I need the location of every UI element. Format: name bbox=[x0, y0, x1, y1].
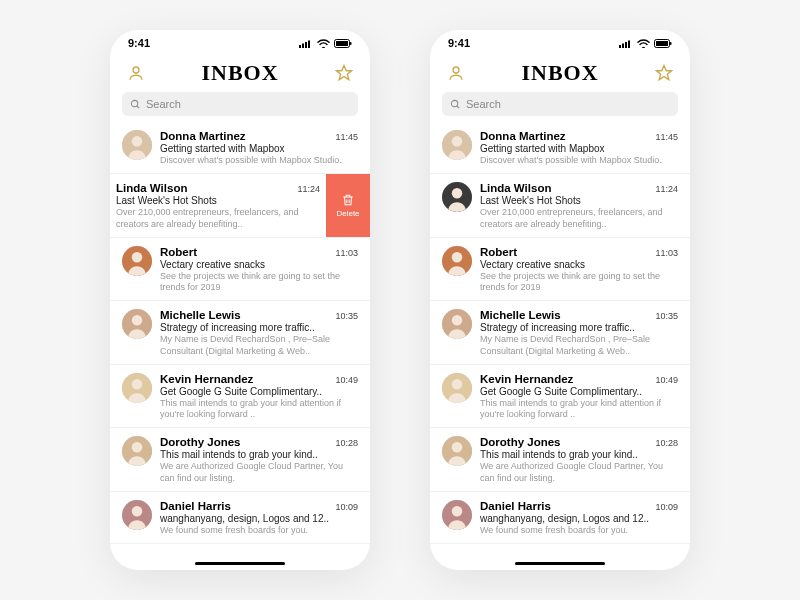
email-subject: Get Google G Suite Complimentary.. bbox=[160, 386, 358, 397]
page-title: INBOX bbox=[521, 60, 598, 86]
delete-label: Delete bbox=[336, 209, 359, 218]
status-icons bbox=[619, 39, 672, 48]
email-preview: See the projects we think are going to s… bbox=[160, 271, 358, 294]
email-subject: Strategy of increasing more traffic.. bbox=[160, 322, 358, 333]
search-placeholder: Search bbox=[466, 98, 501, 110]
svg-rect-28 bbox=[628, 40, 630, 48]
avatar bbox=[442, 500, 472, 530]
svg-point-24 bbox=[132, 506, 143, 517]
home-indicator bbox=[515, 562, 605, 566]
header: INBOX bbox=[110, 56, 370, 92]
svg-point-12 bbox=[132, 136, 143, 147]
email-list[interactable]: Donna Martinez11:45Getting started with … bbox=[430, 122, 690, 570]
profile-icon[interactable] bbox=[446, 63, 466, 83]
email-row[interactable]: Robert11:03Vectary creative snacksSee th… bbox=[110, 238, 370, 302]
svg-rect-1 bbox=[302, 43, 304, 48]
email-preview: This mail intends to grab your kind atte… bbox=[480, 398, 678, 421]
avatar bbox=[442, 130, 472, 160]
avatar bbox=[122, 246, 152, 276]
email-row[interactable]: Dorothy Jones10:28This mail intends to g… bbox=[430, 428, 690, 492]
battery-icon bbox=[334, 39, 352, 48]
email-time: 10:09 bbox=[335, 502, 358, 512]
email-sender: Linda Wilson bbox=[480, 182, 551, 194]
email-preview: We are Authorized Google Cloud Partner, … bbox=[480, 461, 678, 484]
avatar bbox=[122, 500, 152, 530]
svg-point-16 bbox=[132, 252, 143, 263]
battery-icon bbox=[654, 39, 672, 48]
email-subject: Vectary creative snacks bbox=[480, 259, 678, 270]
star-icon[interactable] bbox=[654, 63, 674, 83]
email-time: 11:45 bbox=[655, 132, 678, 142]
email-row[interactable]: Michelle Lewis10:35Strategy of increasin… bbox=[110, 301, 370, 365]
email-row[interactable]: Daniel Harris10:09wanghanyang, design, L… bbox=[110, 492, 370, 544]
email-subject: Getting started with Mapbox bbox=[160, 143, 358, 154]
svg-rect-25 bbox=[619, 45, 621, 48]
email-sender: Donna Martinez bbox=[160, 130, 246, 142]
email-time: 10:49 bbox=[655, 375, 678, 385]
home-indicator bbox=[195, 562, 285, 566]
email-subject: This mail intends to grab your kind.. bbox=[160, 449, 358, 460]
email-row[interactable]: Kevin Hernandez10:49Get Google G Suite C… bbox=[110, 365, 370, 429]
email-row[interactable]: Michelle Lewis10:35Strategy of increasin… bbox=[430, 301, 690, 365]
email-row[interactable]: Kevin Hernandez10:49Get Google G Suite C… bbox=[430, 365, 690, 429]
email-row[interactable]: Daniel Harris10:09wanghanyang, design, L… bbox=[430, 492, 690, 544]
svg-rect-30 bbox=[656, 41, 668, 46]
phone-mockup-swiped: 9:41 INBOX Search Donna Martinez11:45Get… bbox=[110, 30, 370, 570]
svg-line-10 bbox=[137, 105, 139, 107]
email-row[interactable]: Linda Wilson11:24Last Week's Hot ShotsOv… bbox=[430, 174, 690, 238]
star-icon[interactable] bbox=[334, 63, 354, 83]
svg-rect-3 bbox=[308, 40, 310, 48]
search-placeholder: Search bbox=[146, 98, 181, 110]
svg-point-7 bbox=[133, 67, 139, 73]
email-row[interactable]: Dorothy Jones10:28This mail intends to g… bbox=[110, 428, 370, 492]
search-input[interactable]: Search bbox=[122, 92, 358, 116]
wifi-icon bbox=[637, 39, 650, 48]
status-bar: 9:41 bbox=[110, 30, 370, 56]
svg-marker-8 bbox=[337, 66, 352, 80]
email-sender: Michelle Lewis bbox=[480, 309, 561, 321]
signal-icon bbox=[299, 39, 313, 48]
avatar bbox=[122, 436, 152, 466]
svg-point-49 bbox=[452, 506, 463, 517]
email-row[interactable]: Donna Martinez11:45Getting started with … bbox=[110, 122, 370, 174]
svg-rect-26 bbox=[622, 43, 624, 48]
avatar bbox=[442, 309, 472, 339]
svg-line-35 bbox=[457, 105, 459, 107]
email-list[interactable]: Donna Martinez11:45Getting started with … bbox=[110, 122, 370, 570]
svg-point-34 bbox=[451, 100, 457, 106]
email-time: 10:28 bbox=[335, 438, 358, 448]
email-sender: Daniel Harris bbox=[160, 500, 231, 512]
svg-point-41 bbox=[452, 252, 463, 263]
email-preview: We found some fresh boards for you. bbox=[160, 525, 358, 536]
email-time: 10:09 bbox=[655, 502, 678, 512]
email-preview: This mail intends to grab your kind atte… bbox=[160, 398, 358, 421]
email-preview: Discover what's possible with Mapbox Stu… bbox=[160, 155, 358, 166]
email-time: 10:49 bbox=[335, 375, 358, 385]
status-time: 9:41 bbox=[448, 37, 470, 49]
email-preview: My Name is Devid RechardSon , Pre–Sale C… bbox=[160, 334, 358, 357]
search-input[interactable]: Search bbox=[442, 92, 678, 116]
svg-marker-33 bbox=[657, 66, 672, 80]
email-row[interactable]: Linda Wilson11:24Last Week's Hot ShotsOv… bbox=[110, 174, 370, 238]
svg-point-9 bbox=[131, 100, 137, 106]
svg-point-22 bbox=[132, 442, 143, 453]
email-row[interactable]: Robert11:03Vectary creative snacksSee th… bbox=[430, 238, 690, 302]
email-time: 10:28 bbox=[655, 438, 678, 448]
profile-icon[interactable] bbox=[126, 63, 146, 83]
avatar bbox=[122, 130, 152, 160]
email-preview: We are Authorized Google Cloud Partner, … bbox=[160, 461, 358, 484]
email-subject: This mail intends to grab your kind.. bbox=[480, 449, 678, 460]
email-sender: Donna Martinez bbox=[480, 130, 566, 142]
avatar bbox=[442, 182, 472, 212]
email-row[interactable]: Donna Martinez11:45Getting started with … bbox=[430, 122, 690, 174]
delete-button[interactable]: Delete bbox=[326, 174, 370, 237]
avatar bbox=[122, 309, 152, 339]
svg-point-20 bbox=[132, 379, 143, 390]
svg-point-37 bbox=[452, 136, 463, 147]
email-subject: Strategy of increasing more traffic.. bbox=[480, 322, 678, 333]
search-icon bbox=[450, 99, 461, 110]
svg-rect-6 bbox=[350, 42, 352, 45]
svg-rect-5 bbox=[336, 41, 348, 46]
svg-point-18 bbox=[132, 315, 143, 326]
svg-rect-31 bbox=[670, 42, 672, 45]
